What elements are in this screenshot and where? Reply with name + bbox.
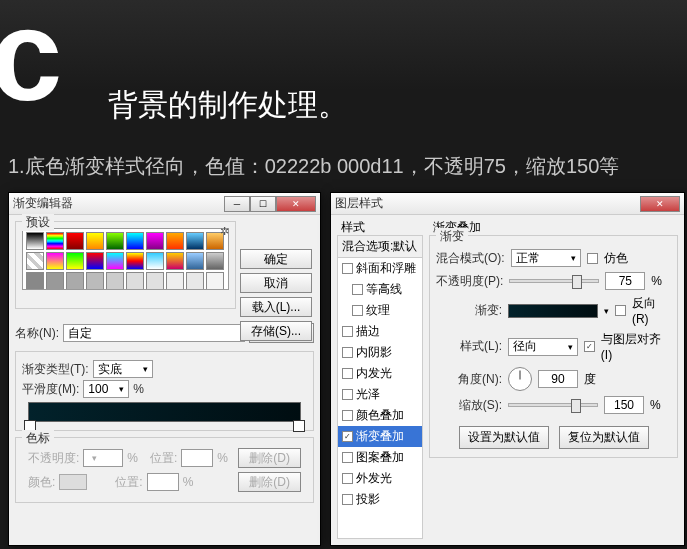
name-input[interactable]	[63, 324, 245, 342]
blend-mode-label: 混合模式(O):	[436, 250, 505, 267]
opacity-label: 不透明度(P):	[436, 273, 503, 290]
scale-input[interactable]	[604, 396, 644, 414]
scale-slider[interactable]	[508, 403, 598, 407]
name-label: 名称(N):	[15, 325, 59, 342]
style-list: 混合选项:默认 斜面和浮雕 等高线 纹理 描边 内阴影 内发光 光泽 颜色叠加 …	[337, 235, 423, 539]
gradient-label: 渐变:	[436, 302, 502, 319]
preset-swatch[interactable]	[206, 252, 224, 270]
style-item-pattern-overlay[interactable]: 图案叠加	[338, 447, 422, 468]
preset-swatch[interactable]	[46, 252, 64, 270]
preset-swatch[interactable]	[146, 272, 164, 290]
gradient-settings: 渐变 混合模式(O): 正常 仿色 不透明度(P): % 渐变: ▾	[429, 235, 678, 458]
preset-swatch[interactable]	[86, 252, 104, 270]
preset-swatch[interactable]	[126, 232, 144, 250]
preset-swatch[interactable]	[126, 272, 144, 290]
preset-swatch[interactable]	[186, 252, 204, 270]
stop-color-label: 颜色:	[28, 474, 55, 491]
angle-input[interactable]	[538, 370, 578, 388]
gradient-section-label: 渐变	[436, 228, 468, 245]
preset-swatch[interactable]	[206, 272, 224, 290]
angle-label: 角度(N):	[436, 371, 502, 388]
stops-label: 色标	[22, 430, 54, 447]
preset-swatch[interactable]	[66, 272, 84, 290]
cancel-button[interactable]: 取消	[240, 273, 312, 293]
window-title: 渐变编辑器	[13, 195, 224, 212]
style-item-bevel[interactable]: 斜面和浮雕	[338, 258, 422, 279]
style-label: 样式(L):	[436, 338, 502, 355]
angle-dial[interactable]	[508, 367, 532, 391]
style-item-stroke[interactable]: 描边	[338, 321, 422, 342]
preset-swatch[interactable]	[146, 232, 164, 250]
style-item-inner-shadow[interactable]: 内阴影	[338, 342, 422, 363]
titlebar[interactable]: 渐变编辑器 ─ ☐ ✕	[9, 193, 320, 215]
style-item-satin[interactable]: 光泽	[338, 384, 422, 405]
style-item-color-overlay[interactable]: 颜色叠加	[338, 405, 422, 426]
blend-mode-dropdown[interactable]: 正常	[511, 249, 581, 267]
align-checkbox[interactable]	[584, 341, 595, 352]
scale-label: 缩放(S):	[436, 397, 502, 414]
preset-swatch[interactable]	[166, 252, 184, 270]
preset-swatch[interactable]	[126, 252, 144, 270]
align-label: 与图层对齐(I)	[601, 331, 671, 362]
gradient-bar[interactable]	[28, 402, 301, 422]
style-item-texture[interactable]: 纹理	[338, 300, 422, 321]
reset-default-button[interactable]: 复位为默认值	[559, 426, 649, 449]
gradient-picker[interactable]	[508, 304, 598, 318]
style-dropdown[interactable]: 径向	[508, 338, 578, 356]
stop-position2-input	[147, 473, 179, 491]
stop-opacity-input	[83, 449, 123, 467]
preset-swatch[interactable]	[166, 272, 184, 290]
opacity-slider[interactable]	[509, 279, 599, 283]
maximize-button[interactable]: ☐	[250, 196, 276, 212]
style-item-drop-shadow[interactable]: 投影	[338, 489, 422, 510]
ok-button[interactable]: 确定	[240, 249, 312, 269]
preset-swatch[interactable]	[166, 232, 184, 250]
delete-stop2-button: 删除(D)	[238, 472, 301, 492]
preset-swatch[interactable]	[106, 252, 124, 270]
opacity-input[interactable]	[605, 272, 645, 290]
make-default-button[interactable]: 设置为默认值	[459, 426, 549, 449]
preset-swatch[interactable]	[146, 252, 164, 270]
preset-swatch[interactable]	[26, 272, 44, 290]
preset-swatch[interactable]	[106, 272, 124, 290]
presets-label: 预设	[22, 214, 54, 231]
preset-swatch[interactable]	[46, 272, 64, 290]
preset-swatch[interactable]	[86, 272, 104, 290]
styles-header: 样式	[341, 219, 365, 236]
preset-swatch[interactable]	[66, 232, 84, 250]
smoothness-input[interactable]: 100	[83, 380, 129, 398]
preset-swatch[interactable]	[186, 272, 204, 290]
reverse-checkbox[interactable]	[615, 305, 626, 316]
titlebar[interactable]: 图层样式 ✕	[331, 193, 684, 215]
stop-position-input	[181, 449, 213, 467]
load-button[interactable]: 载入(L)...	[240, 297, 312, 317]
gear-icon[interactable]: ✲	[217, 224, 231, 238]
preset-swatch[interactable]	[106, 232, 124, 250]
preset-swatch[interactable]	[186, 232, 204, 250]
style-item-contour[interactable]: 等高线	[338, 279, 422, 300]
style-item-gradient-overlay[interactable]: 渐变叠加	[338, 426, 422, 447]
window-title: 图层样式	[335, 195, 640, 212]
style-item-outer-glow[interactable]: 外发光	[338, 468, 422, 489]
stop-position-label: 位置:	[150, 450, 177, 467]
save-button[interactable]: 存储(S)...	[240, 321, 312, 341]
dither-label: 仿色	[604, 250, 628, 267]
blend-options-item[interactable]: 混合选项:默认	[338, 236, 422, 258]
reverse-label: 反向(R)	[632, 295, 671, 326]
close-button[interactable]: ✕	[640, 196, 680, 212]
delete-stop-button: 删除(D)	[238, 448, 301, 468]
gradient-type-dropdown[interactable]: 实底	[93, 360, 153, 378]
preset-swatches[interactable]	[22, 228, 229, 290]
minimize-button[interactable]: ─	[224, 196, 250, 212]
preset-swatch[interactable]	[26, 252, 44, 270]
preset-swatch[interactable]	[26, 232, 44, 250]
page-title: 背景的制作处理。	[108, 85, 348, 126]
stop-position2-label: 位置:	[115, 474, 142, 491]
style-item-inner-glow[interactable]: 内发光	[338, 363, 422, 384]
preset-swatch[interactable]	[46, 232, 64, 250]
stop-color-swatch	[59, 474, 87, 490]
preset-swatch[interactable]	[66, 252, 84, 270]
preset-swatch[interactable]	[86, 232, 104, 250]
close-button[interactable]: ✕	[276, 196, 316, 212]
dither-checkbox[interactable]	[587, 253, 598, 264]
